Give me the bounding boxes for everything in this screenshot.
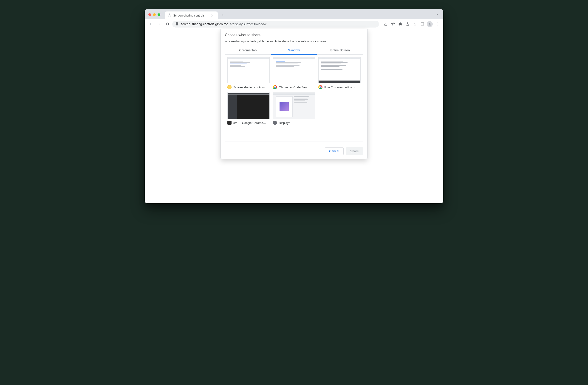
downloads-button[interactable] xyxy=(412,21,419,28)
window-option[interactable]: src — Google Chrome… xyxy=(227,93,270,125)
share-picker-dialog: Choose what to share screen-sharing-cont… xyxy=(220,29,368,159)
side-panel-button[interactable] xyxy=(419,21,426,28)
minimize-window-button[interactable] xyxy=(153,13,156,16)
browser-window: Screen sharing controls ✕ ＋ screen-shari… xyxy=(145,9,443,203)
terminal-icon xyxy=(227,121,231,125)
lock-icon xyxy=(175,22,179,26)
share-page-button[interactable] xyxy=(382,21,389,28)
toolbar-actions xyxy=(382,21,441,28)
close-tab-button[interactable]: ✕ xyxy=(210,13,214,18)
window-thumbnail xyxy=(227,57,270,83)
share-source-tabs: Chrome Tab Window Entire Screen xyxy=(225,46,363,55)
toolbar: screen-sharing-controls.glitch.me/?displ… xyxy=(145,19,443,29)
window-thumbnail xyxy=(227,93,270,119)
kebab-icon xyxy=(435,22,439,26)
window-thumbnail xyxy=(318,57,361,83)
share-icon xyxy=(384,22,388,26)
tab-entire-screen[interactable]: Entire Screen xyxy=(317,46,363,54)
share-button[interactable]: Share xyxy=(346,147,363,155)
tabs-dropdown-button[interactable] xyxy=(433,11,441,18)
url-path: /?displaySurface=window xyxy=(230,22,266,26)
cancel-button[interactable]: Cancel xyxy=(325,147,344,155)
back-button[interactable] xyxy=(147,21,154,28)
profile-button[interactable] xyxy=(426,21,433,28)
svg-point-4 xyxy=(437,25,438,25)
chrome-canary-icon xyxy=(227,85,231,89)
window-label: Run Chromium with co… xyxy=(324,86,358,89)
reload-icon xyxy=(166,22,169,26)
window-option[interactable]: Chromium Code Searc… xyxy=(273,57,315,89)
dialog-title: Choose what to share xyxy=(225,33,363,37)
panel-icon xyxy=(420,22,424,26)
window-label: Screen sharing controls xyxy=(233,86,265,89)
tab-title: Screen sharing controls xyxy=(173,14,205,17)
close-window-button[interactable] xyxy=(148,13,151,16)
dialog-subtitle: screen-sharing-controls.glitch.me wants … xyxy=(225,39,363,43)
address-bar[interactable]: screen-sharing-controls.glitch.me/?displ… xyxy=(172,21,379,28)
window-label: Displays xyxy=(279,121,290,125)
extensions-button[interactable] xyxy=(397,21,404,28)
browser-tab[interactable]: Screen sharing controls ✕ xyxy=(165,11,218,19)
window-thumbnail xyxy=(273,57,315,83)
forward-button[interactable] xyxy=(156,21,163,28)
chrome-icon xyxy=(318,85,322,89)
bookmark-button[interactable] xyxy=(390,21,397,28)
window-thumbnail xyxy=(273,93,315,119)
dialog-actions: Cancel Share xyxy=(225,147,363,155)
new-tab-button[interactable]: ＋ xyxy=(220,12,226,18)
flask-icon xyxy=(406,22,410,26)
window-label: Chromium Code Searc… xyxy=(279,86,312,89)
reload-button[interactable] xyxy=(164,21,171,28)
chrome-icon xyxy=(273,85,277,89)
arrow-right-icon xyxy=(157,22,161,26)
svg-point-3 xyxy=(437,24,438,24)
download-icon xyxy=(413,22,417,26)
tab-strip: Screen sharing controls ✕ ＋ xyxy=(145,9,443,19)
chrome-menu-button[interactable] xyxy=(434,21,441,28)
tab-chrome-tab[interactable]: Chrome Tab xyxy=(225,46,271,54)
window-option[interactable]: Displays xyxy=(273,93,315,125)
page-content: Choose what to share screen-sharing-cont… xyxy=(145,29,443,203)
window-option[interactable]: Screen sharing controls xyxy=(227,57,270,89)
arrow-left-icon xyxy=(149,22,153,26)
window-label: src — Google Chrome… xyxy=(233,121,266,125)
window-grid: Screen sharing controls xyxy=(225,55,363,142)
fullscreen-window-button[interactable] xyxy=(158,13,160,16)
labs-button[interactable] xyxy=(404,21,411,28)
macos-window-controls xyxy=(148,13,160,16)
star-icon xyxy=(391,22,395,26)
chevron-down-icon xyxy=(435,12,439,16)
system-preferences-icon xyxy=(273,121,277,125)
globe-icon xyxy=(168,14,171,17)
svg-point-2 xyxy=(437,22,438,23)
svg-rect-1 xyxy=(423,23,424,25)
avatar-icon xyxy=(427,21,433,27)
window-option[interactable]: Run Chromium with co… xyxy=(318,57,361,89)
url-host: screen-sharing-controls.glitch.me xyxy=(181,22,228,26)
puzzle-icon xyxy=(399,22,402,26)
tab-window[interactable]: Window xyxy=(271,46,317,54)
